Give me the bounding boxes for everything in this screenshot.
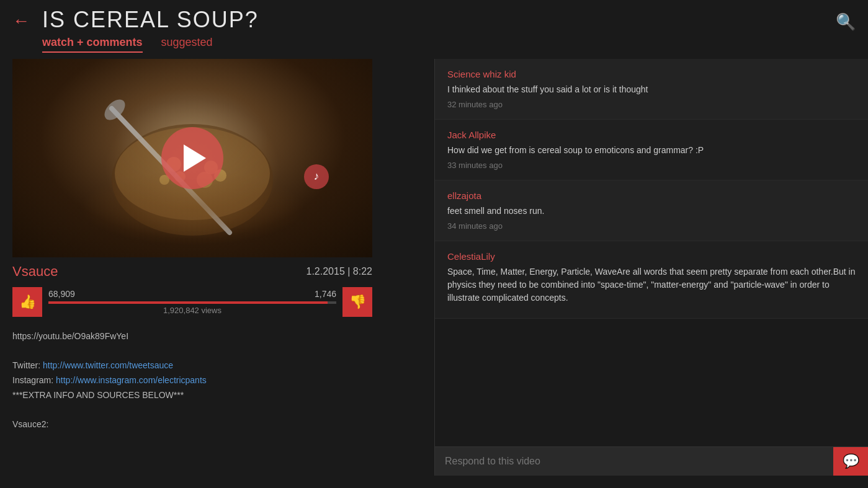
send-icon: 💬	[843, 453, 859, 469]
video-info: 1.2.2015 | 8:22	[306, 266, 372, 277]
comment-author: CelestiaLily	[447, 251, 856, 262]
like-bar-wrapper: 68,909 1,746 1,920,842 views	[42, 289, 342, 315]
twitter-label: Twitter:	[12, 360, 40, 370]
back-button[interactable]: ←	[12, 12, 30, 30]
play-button[interactable]	[161, 127, 223, 189]
twitter-line: Twitter: http://www.twitter.com/tweetsau…	[12, 358, 372, 373]
header-left: ← IS CEREAL SOUP? watch + comments sugge…	[12, 7, 259, 53]
like-controls: 👍 68,909 1,746 1,920,842 views 👎	[12, 287, 372, 317]
comment-time: 34 minutes ago	[447, 221, 856, 231]
video-duration: 8:22	[353, 266, 372, 277]
comments-list: Science whiz kid I thinked about the stu…	[435, 59, 868, 446]
vsauce2-label: Vsauce2:	[12, 417, 372, 432]
comment-author: Science whiz kid	[447, 69, 856, 79]
like-bar-container: 👍 68,909 1,746 1,920,842 views 👎	[12, 287, 372, 317]
comment-time: 32 minutes ago	[447, 100, 856, 109]
svg-point-10	[101, 95, 128, 123]
right-panel: Science whiz kid I thinked about the stu…	[434, 59, 868, 476]
video-thumbnail[interactable]: ♪	[12, 59, 372, 257]
respond-input[interactable]	[435, 447, 833, 476]
video-meta: Vsauce 1.2.2015 | 8:22	[12, 264, 372, 280]
instagram-link[interactable]: http://www.instagram.com/electricpants	[56, 375, 207, 385]
comment-item: CelestiaLily Space, Time, Matter, Energy…	[435, 241, 868, 319]
comment-item: Jack Allpike How did we get from is cere…	[435, 120, 868, 180]
search-icon[interactable]: 🔍	[836, 12, 856, 32]
header-title-area: IS CEREAL SOUP? watch + comments suggest…	[42, 7, 259, 53]
description: https://youtu.be/O9ak89FwYeI Twitter: ht…	[12, 329, 372, 433]
twitter-link[interactable]: http://www.twitter.com/tweetsauce	[43, 360, 173, 370]
dislikes-count: 1,746	[315, 289, 336, 299]
comment-item: ellzajota feet smell and noses run. 34 m…	[435, 180, 868, 241]
video-separator: |	[347, 266, 353, 277]
video-url: https://youtu.be/O9ak89FwYeI	[12, 329, 372, 344]
respond-button[interactable]: 💬	[833, 447, 868, 476]
like-bar	[48, 301, 336, 304]
comment-author: Jack Allpike	[447, 130, 856, 140]
header: ← IS CEREAL SOUP? watch + comments sugge…	[0, 0, 868, 53]
page-title: IS CEREAL SOUP?	[42, 7, 259, 32]
comment-text: How did we get from is cereal soup to em…	[447, 144, 856, 157]
like-button[interactable]: 👍	[12, 287, 42, 317]
likes-count: 68,909	[48, 289, 75, 299]
main-layout: ♪ Vsauce 1.2.2015 | 8:22 👍 68,909 1,746	[0, 59, 868, 476]
instagram-label: Instagram:	[12, 375, 53, 385]
comment-text: I thinked about the stuff you said a lot…	[447, 83, 856, 96]
like-fill	[48, 301, 328, 304]
left-panel: ♪ Vsauce 1.2.2015 | 8:22 👍 68,909 1,746	[0, 59, 434, 476]
dislike-button[interactable]: 👎	[342, 287, 372, 317]
tabs: watch + comments suggested	[42, 36, 259, 53]
comment-time: 33 minutes ago	[447, 161, 856, 170]
music-badge: ♪	[304, 164, 329, 189]
comment-text: feet smell and noses run.	[447, 205, 856, 218]
like-counts: 68,909 1,746	[48, 289, 336, 299]
comment-item: Science whiz kid I thinked about the stu…	[435, 59, 868, 120]
respond-bar: 💬	[435, 446, 868, 476]
channel-name[interactable]: Vsauce	[12, 264, 58, 280]
tab-watch-comments[interactable]: watch + comments	[42, 36, 143, 53]
instagram-line: Instagram: http://www.instagram.com/elec…	[12, 373, 372, 388]
video-date: 1.2.2015	[306, 266, 345, 277]
tab-suggested[interactable]: suggested	[161, 36, 213, 53]
comment-text: Space, Time, Matter, Energy, Particle, W…	[447, 265, 856, 304]
views-count: 1,920,842 views	[48, 306, 336, 315]
extra-info: ***EXTRA INFO AND SOURCES BELOW***	[12, 388, 372, 403]
comment-author: ellzajota	[447, 190, 856, 201]
